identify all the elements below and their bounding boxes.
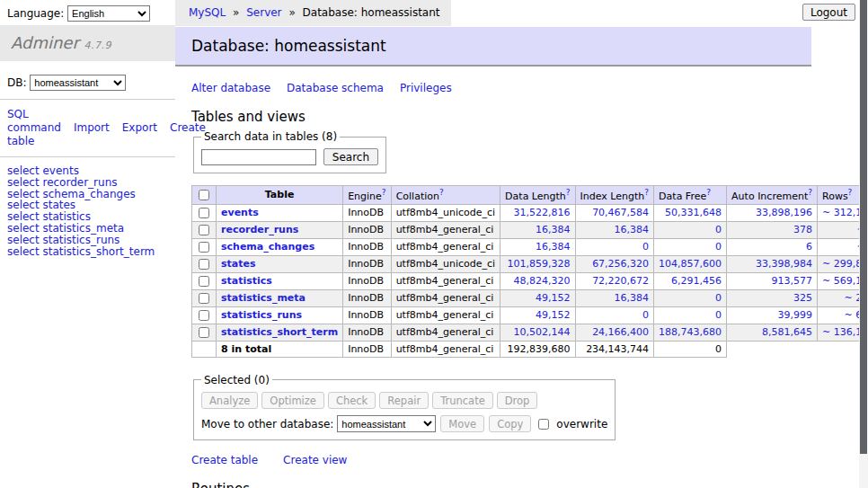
row-checkbox[interactable]: [199, 259, 209, 270]
breadcrumb-link-server[interactable]: Server: [246, 6, 281, 19]
sidebar-select-link[interactable]: select events: [7, 165, 175, 177]
sidebar-select-link[interactable]: select statistics_meta: [7, 223, 175, 235]
logout-button[interactable]: Logout: [802, 4, 855, 21]
database-action-link[interactable]: Database schema: [287, 82, 384, 94]
data-free-link[interactable]: 6,291,456: [671, 275, 722, 287]
data-free-link[interactable]: 50,331,648: [665, 207, 722, 218]
scrollbar-thumb[interactable]: [860, 0, 867, 454]
sidebar-select-link[interactable]: select statistics_short_term: [7, 246, 175, 258]
column-header: Collation?: [391, 186, 500, 205]
table-name-link[interactable]: schema_changes: [221, 241, 314, 253]
row-checkbox[interactable]: [199, 242, 209, 253]
data-free-link[interactable]: 0: [715, 224, 722, 235]
column-hint: ?: [566, 188, 571, 197]
data-length-link[interactable]: 16,384: [536, 224, 571, 235]
row-checkbox[interactable]: [199, 208, 209, 218]
data-length-link[interactable]: 49,152: [536, 292, 571, 304]
database-action-link[interactable]: Alter database: [191, 82, 270, 94]
sidebar-table-links: select eventsselect recorder_runsselect …: [7, 165, 175, 257]
hint-link[interactable]: ?: [382, 188, 386, 197]
auto-increment-link[interactable]: 6: [806, 241, 812, 253]
hint-link[interactable]: ?: [566, 188, 571, 197]
db-select[interactable]: homeassistant: [30, 75, 126, 91]
collation-cell: utf8mb4_general_ci: [391, 272, 500, 289]
row-checkbox[interactable]: [199, 225, 209, 235]
index-length-link[interactable]: 0: [642, 309, 649, 321]
create-link[interactable]: Create table: [191, 454, 258, 466]
table-name-link[interactable]: states: [221, 258, 256, 270]
move-button[interactable]: Move: [440, 415, 484, 432]
row-checkbox[interactable]: [199, 293, 209, 304]
auto-increment-link[interactable]: 378: [793, 224, 812, 235]
data-length-link[interactable]: 48,824,320: [514, 275, 571, 287]
data-length-link[interactable]: 49,152: [536, 309, 571, 321]
optimize-button[interactable]: Optimize: [261, 392, 324, 409]
analyze-button[interactable]: Analyze: [201, 392, 258, 409]
overwrite-checkbox[interactable]: [538, 419, 549, 430]
table-name-link[interactable]: statistics_meta: [221, 292, 306, 304]
data-free-link[interactable]: 104,857,600: [659, 258, 722, 270]
search-input[interactable]: [201, 149, 316, 165]
row-checkbox[interactable]: [199, 310, 209, 321]
data-length-link[interactable]: 101,859,328: [508, 258, 571, 270]
database-action-link[interactable]: Privileges: [400, 82, 452, 94]
index-length-link[interactable]: 72,220,672: [592, 275, 649, 287]
table-row: statistics_short_termInnoDButf8mb4_gener…: [192, 324, 868, 341]
column-hint: ?: [644, 188, 649, 197]
copy-button[interactable]: Copy: [489, 415, 531, 432]
create-link[interactable]: Create view: [283, 454, 347, 466]
select-all-checkbox[interactable]: [199, 190, 209, 200]
sidebar-select-link[interactable]: select statistics_runs: [7, 235, 175, 246]
engine-cell: InnoDB: [343, 204, 391, 221]
sidebar-command-link[interactable]: SQL command: [7, 108, 61, 134]
table-name-link[interactable]: statistics_runs: [221, 309, 302, 321]
auto-increment-link[interactable]: 39,999: [778, 309, 813, 321]
data-free-link[interactable]: 0: [715, 292, 722, 304]
truncate-button[interactable]: Truncate: [432, 392, 493, 409]
sidebar-divider: [0, 156, 175, 157]
table-name-link[interactable]: statistics: [221, 275, 272, 287]
auto-increment-link[interactable]: 8,581,645: [762, 326, 812, 338]
hint-link[interactable]: ?: [644, 188, 649, 197]
index-length-link[interactable]: 0: [642, 241, 649, 253]
auto-increment-link[interactable]: 325: [793, 292, 812, 304]
table-name-link[interactable]: statistics_short_term: [221, 326, 338, 338]
language-select[interactable]: English: [67, 5, 150, 22]
auto-increment-link[interactable]: 33,398,984: [756, 258, 812, 270]
data-free-cell: 104,857,600: [654, 255, 727, 272]
sidebar-command-link[interactable]: Import: [74, 121, 110, 134]
search-button[interactable]: Search: [323, 148, 378, 165]
index-length-cell: 0: [575, 238, 654, 255]
hint-link[interactable]: ?: [848, 188, 853, 197]
row-checkbox[interactable]: [199, 327, 209, 338]
auto-increment-link[interactable]: 913,577: [772, 275, 813, 287]
check-button[interactable]: Check: [328, 392, 376, 409]
table-name-link[interactable]: recorder_runs: [221, 224, 298, 235]
hint-link[interactable]: ?: [706, 188, 711, 197]
auto-increment-link[interactable]: 33,898,196: [756, 207, 812, 218]
data-length-link[interactable]: 16,384: [536, 241, 571, 253]
move-database-select[interactable]: homeassistant: [337, 415, 436, 432]
index-length-link[interactable]: 70,467,584: [592, 207, 649, 218]
data-free-link[interactable]: 188,743,680: [659, 326, 722, 338]
repair-button[interactable]: Repair: [379, 392, 429, 409]
scrollbar-track[interactable]: [859, 0, 868, 488]
index-length-link[interactable]: 24,166,400: [592, 326, 649, 338]
data-free-link[interactable]: 0: [715, 309, 722, 321]
row-checkbox[interactable]: [199, 276, 209, 287]
table-name-link[interactable]: events: [221, 207, 259, 218]
data-free-link[interactable]: 0: [715, 241, 722, 253]
index-length-link[interactable]: 67,256,320: [592, 258, 649, 270]
hint-link[interactable]: ?: [439, 188, 444, 197]
index-length-link[interactable]: 16,384: [615, 292, 650, 304]
drop-button[interactable]: Drop: [497, 392, 538, 409]
hint-link[interactable]: ?: [808, 188, 812, 197]
column-header: Table: [217, 186, 343, 205]
data-free-cell: 0: [654, 306, 727, 324]
sidebar-select-link[interactable]: select recorder_runs: [7, 177, 175, 189]
breadcrumb-link-mysql[interactable]: MySQL: [189, 6, 226, 19]
index-length-link[interactable]: 16,384: [615, 224, 650, 235]
sidebar-command-link[interactable]: Export: [122, 121, 157, 134]
data-length-link[interactable]: 31,522,816: [514, 207, 571, 218]
data-length-link[interactable]: 10,502,144: [514, 326, 571, 338]
